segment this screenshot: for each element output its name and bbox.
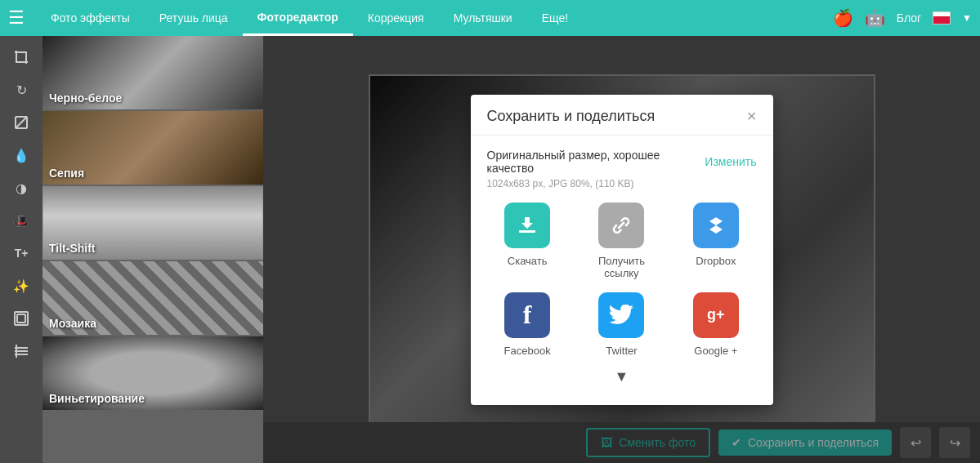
- tool-pattern[interactable]: [7, 336, 36, 366]
- tool-paint[interactable]: 💧: [7, 140, 36, 170]
- svg-rect-3: [17, 314, 25, 323]
- nav-photo-editor[interactable]: Фоторедактор: [243, 0, 353, 36]
- modal-title: Сохранить и поделиться: [487, 108, 656, 125]
- link-label: Получить ссылку: [581, 255, 662, 279]
- share-download[interactable]: Скачать: [487, 203, 568, 279]
- modal-header: Сохранить и поделиться ×: [471, 95, 773, 136]
- svg-rect-8: [519, 230, 535, 233]
- filter-sepia-label: Сепия: [49, 167, 84, 180]
- hamburger-menu[interactable]: ☰: [8, 7, 25, 29]
- nav-right: 🍎 🤖 Блог ▼: [833, 8, 972, 28]
- canvas-area: Сохранить и поделиться × Оригинальный ра…: [263, 36, 980, 463]
- tool-retouch[interactable]: ✨: [7, 271, 36, 301]
- modal-overlay: Сохранить и поделиться × Оригинальный ра…: [263, 36, 980, 463]
- nav-correction[interactable]: Коррекция: [353, 0, 439, 36]
- facebook-label: Facebook: [504, 345, 551, 357]
- quality-details: 1024x683 px, JPG 80%, (110 KB): [487, 178, 757, 189]
- filters-sidebar: Черно-белое Сепия Tilt-Shift Мозаика Вин…: [43, 36, 263, 463]
- filter-mosaic[interactable]: Мозаика: [43, 261, 263, 335]
- share-gplus[interactable]: g+ Google +: [675, 292, 756, 357]
- tool-rotate[interactable]: ↻: [7, 75, 36, 105]
- quality-description: Оригинальный размер, хорошее качество: [487, 149, 699, 175]
- dropbox-icon: [693, 203, 739, 248]
- modal-expand: ▼: [487, 365, 757, 392]
- share-twitter[interactable]: Twitter: [581, 292, 662, 357]
- filter-bw[interactable]: Черно-белое: [43, 36, 263, 109]
- facebook-icon: f: [504, 292, 550, 338]
- filter-bw-label: Черно-белое: [49, 91, 122, 105]
- quality-change-button[interactable]: Изменить: [705, 155, 756, 168]
- share-link[interactable]: Получить ссылку: [581, 203, 662, 279]
- dropbox-label: Dropbox: [696, 255, 736, 267]
- nav-cartoons[interactable]: Мультяшки: [439, 0, 527, 36]
- share-facebook[interactable]: f Facebook: [487, 292, 568, 357]
- link-icon: [598, 203, 644, 248]
- nav-links: Фото эффекты Ретушь лица Фоторедактор Ко…: [36, 0, 833, 36]
- svg-marker-9: [709, 217, 723, 234]
- modal-close-button[interactable]: ×: [747, 108, 757, 124]
- download-icon: [504, 203, 550, 248]
- blog-link[interactable]: Блог: [897, 11, 921, 24]
- nav-photo-effects[interactable]: Фото эффекты: [36, 0, 145, 36]
- download-label: Скачать: [508, 255, 548, 267]
- language-flag[interactable]: [933, 11, 951, 24]
- tool-sticker[interactable]: 🎩: [7, 206, 36, 235]
- filter-vignette[interactable]: Виньетирование: [43, 336, 263, 410]
- language-dropdown-arrow[interactable]: ▼: [962, 12, 972, 24]
- quality-main-row: Оригинальный размер, хорошее качество Из…: [487, 149, 757, 175]
- share-grid: Скачать Получить ссылку: [487, 203, 757, 357]
- filter-tiltshift-label: Tilt-Shift: [49, 242, 96, 255]
- apple-icon[interactable]: 🍎: [833, 8, 853, 28]
- share-dropbox[interactable]: Dropbox: [675, 203, 756, 279]
- main-layout: ↻ 💧 ◑ 🎩 T+ ✨: [0, 36, 980, 463]
- filter-vignette-label: Виньетирование: [49, 392, 145, 405]
- save-share-modal: Сохранить и поделиться × Оригинальный ра…: [471, 95, 773, 405]
- expand-arrow-icon[interactable]: ▼: [615, 368, 629, 385]
- top-navigation: ☰ Фото эффекты Ретушь лица Фоторедактор …: [0, 0, 980, 36]
- svg-line-1: [16, 117, 27, 128]
- gplus-label: Google +: [694, 345, 737, 357]
- tool-text[interactable]: T+: [7, 238, 36, 268]
- tool-exposure[interactable]: [7, 108, 36, 137]
- filter-sepia[interactable]: Сепия: [43, 111, 263, 185]
- twitter-label: Twitter: [606, 345, 637, 357]
- android-icon[interactable]: 🤖: [865, 8, 885, 28]
- tool-frame[interactable]: [7, 304, 36, 333]
- modal-body: Оригинальный размер, хорошее качество Из…: [471, 136, 773, 405]
- tool-crop[interactable]: [7, 42, 36, 72]
- filter-mosaic-label: Мозаика: [49, 317, 96, 330]
- twitter-icon: [598, 292, 644, 338]
- left-toolbar: ↻ 💧 ◑ 🎩 T+ ✨: [0, 36, 43, 463]
- nav-face-retouch[interactable]: Ретушь лица: [145, 0, 243, 36]
- filter-tiltshift[interactable]: Tilt-Shift: [43, 186, 263, 260]
- gplus-icon: g+: [693, 292, 739, 338]
- quality-info: Оригинальный размер, хорошее качество Из…: [487, 149, 757, 189]
- nav-more[interactable]: Еще!: [527, 0, 583, 36]
- tool-brightness[interactable]: ◑: [7, 173, 36, 203]
